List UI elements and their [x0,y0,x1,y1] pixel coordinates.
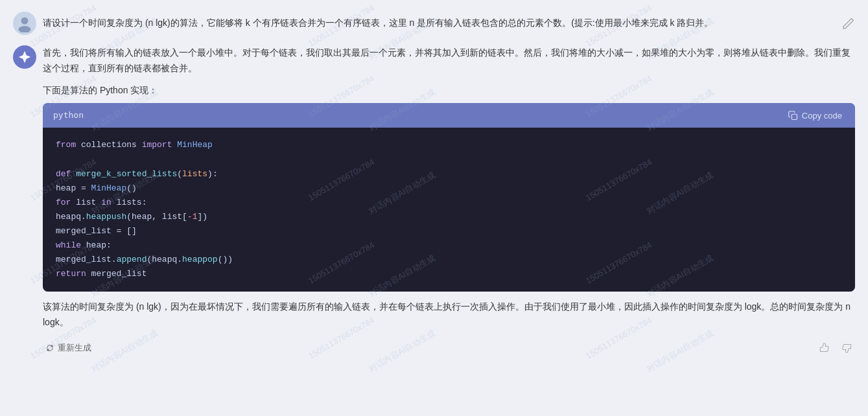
ai-paragraph-1: 首先，我们将所有输入的链表放入一个最小堆中。对于每个链表，我们取出其最后一个元素… [43,45,855,76]
ai-avatar-icon [18,50,32,64]
code-block-header: python Copy code [43,103,855,128]
dislike-button[interactable] [839,341,855,354]
like-button[interactable] [816,341,832,354]
chat-container: 150511376670x784对话内容AI自动生成150511376670x7… [0,0,868,416]
user-message-row: 请设计一个时间复杂度为 (n lgk)的算法，它能够将 k 个有序链表合并为一个… [0,6,868,40]
copy-code-label: Copy code [802,111,842,121]
ai-paragraph-2: 该算法的时间复杂度为 (n lgk)，因为在最坏情况下，我们需要遍历所有的输入链… [43,299,855,330]
svg-point-0 [21,17,29,25]
ai-section-title: 下面是算法的 Python 实现： [43,83,855,98]
code-lang-label: python [53,108,84,122]
thumbs-down-icon [842,343,852,353]
regen-icon [45,343,54,352]
svg-point-1 [19,26,31,32]
ai-avatar [13,45,36,69]
code-block-wrapper: python Copy code from collections import… [43,103,855,292]
code-block-body: from collections import MinHeapdef merge… [43,128,855,292]
copy-icon [788,111,798,121]
copy-code-button[interactable]: Copy code [786,110,845,122]
user-message-text: 请设计一个时间复杂度为 (n lgk)的算法，它能够将 k 个有序链表合并为一个… [43,12,836,30]
thumbs-up-icon [819,343,829,353]
user-avatar-icon [16,14,34,32]
regenerate-button[interactable]: 重新生成 [43,341,94,355]
message-toolbar: 重新生成 [43,337,855,355]
ai-message-row: 首先，我们将所有输入的链表放入一个最小堆中。对于每个链表，我们取出其最后一个元素… [0,40,868,360]
svg-rect-2 [792,114,797,119]
regenerate-label: 重新生成 [58,342,91,354]
ai-message-content: 首先，我们将所有输入的链表放入一个最小堆中。对于每个链表，我们取出其最后一个元素… [43,45,855,355]
edit-icon[interactable] [842,17,855,30]
user-avatar [13,12,36,35]
